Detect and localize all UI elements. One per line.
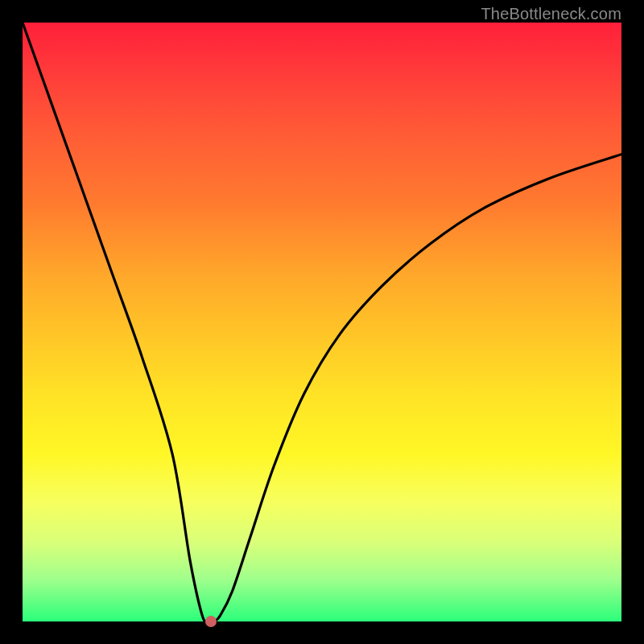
watermark-text: TheBottleneck.com [481,5,621,23]
minimum-marker-dot [205,616,217,627]
chart-frame: TheBottleneck.com [0,0,644,644]
plot-area [23,23,621,621]
curve-svg [23,23,621,621]
bottleneck-curve [23,23,621,621]
